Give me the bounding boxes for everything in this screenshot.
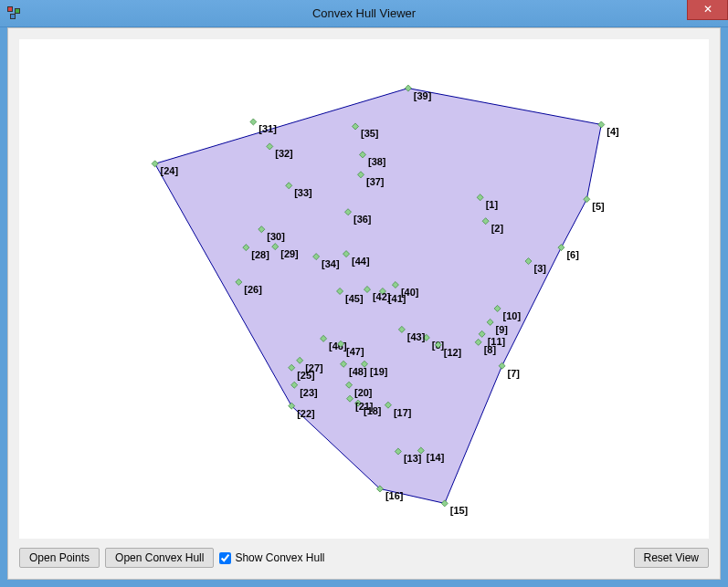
hull-canvas[interactable]: [0][1][2][3][4][5][6][7][8][9][10][11][1… — [19, 39, 709, 539]
point-label-28: [28] — [251, 249, 269, 260]
client-area: [0][1][2][3][4][5][6][7][8][9][10][11][1… — [7, 27, 721, 580]
point-label-38: [38] — [368, 156, 386, 167]
point-label-43: [43] — [407, 331, 426, 342]
point-label-35: [35] — [361, 128, 379, 139]
point-label-10: [10] — [503, 310, 522, 321]
window-title: Convex Hull Viewer — [0, 6, 728, 20]
point-label-41: [41] — [388, 293, 406, 304]
point-6[interactable]: [6] — [558, 245, 579, 260]
point-label-5: [5] — [592, 201, 605, 212]
point-label-17: [17] — [394, 407, 412, 418]
point-label-6: [6] — [566, 249, 579, 260]
point-label-1: [1] — [486, 199, 499, 210]
point-label-44: [44] — [352, 256, 370, 267]
point-label-33: [33] — [294, 187, 312, 198]
point-label-36: [36] — [353, 214, 372, 225]
point-label-24: [24] — [161, 165, 179, 176]
point-label-31: [31] — [258, 123, 277, 134]
point-label-16: [16] — [385, 490, 404, 501]
open-points-button[interactable]: Open Points — [19, 548, 100, 568]
app-window: Convex Hull Viewer ✕ [0][1][2][3][4][5][… — [0, 0, 728, 587]
point-15[interactable]: [15] — [441, 500, 468, 516]
point-label-45: [45] — [345, 293, 364, 304]
point-label-15: [15] — [450, 505, 469, 516]
point-5[interactable]: [5] — [584, 196, 605, 212]
point-label-48: [48] — [349, 366, 367, 377]
point-marker-31[interactable] — [250, 119, 257, 125]
point-label-26: [26] — [244, 284, 262, 295]
show-convex-hull-label[interactable]: Show Convex Hull — [219, 551, 324, 564]
point-31[interactable]: [31] — [250, 119, 277, 134]
point-label-27: [27] — [305, 362, 323, 373]
point-label-37: [37] — [366, 176, 385, 187]
point-label-14: [14] — [427, 452, 445, 463]
point-label-13: [13] — [404, 453, 422, 464]
point-label-32: [32] — [275, 148, 293, 159]
show-convex-hull-checkbox[interactable] — [219, 552, 231, 564]
point-label-42: [42] — [373, 291, 391, 302]
point-label-34: [34] — [322, 258, 340, 269]
point-label-12: [12] — [444, 347, 462, 358]
canvas-viewport[interactable]: [0][1][2][3][4][5][6][7][8][9][10][11][1… — [19, 39, 709, 539]
point-label-22: [22] — [297, 408, 315, 419]
point-label-7: [7] — [508, 368, 521, 379]
point-label-30: [30] — [267, 231, 285, 242]
reset-view-button[interactable]: Reset View — [634, 548, 709, 568]
point-label-39: [39] — [414, 90, 432, 101]
point-label-47: [47] — [346, 346, 364, 357]
show-convex-hull-text: Show Convex Hull — [235, 551, 324, 564]
close-button[interactable]: ✕ — [687, 0, 728, 20]
point-label-11: [11] — [488, 336, 506, 347]
point-label-9: [9] — [496, 324, 509, 335]
titlebar[interactable]: Convex Hull Viewer ✕ — [0, 0, 728, 27]
point-label-29: [29] — [280, 248, 299, 259]
open-convex-hull-button[interactable]: Open Convex Hull — [105, 548, 214, 568]
point-label-19: [19] — [370, 366, 388, 377]
point-label-46: [46] — [329, 341, 347, 351]
point-label-4: [4] — [607, 126, 619, 137]
point-4[interactable]: [4] — [598, 121, 619, 137]
point-label-20: [20] — [354, 387, 373, 398]
point-7[interactable]: [7] — [499, 362, 520, 378]
toolbar: Open Points Open Convex Hull Show Convex… — [19, 546, 709, 570]
point-label-2: [2] — [491, 223, 504, 234]
point-label-23: [23] — [300, 387, 318, 398]
point-label-3: [3] — [534, 263, 547, 274]
point-label-21: [21] — [355, 401, 374, 412]
